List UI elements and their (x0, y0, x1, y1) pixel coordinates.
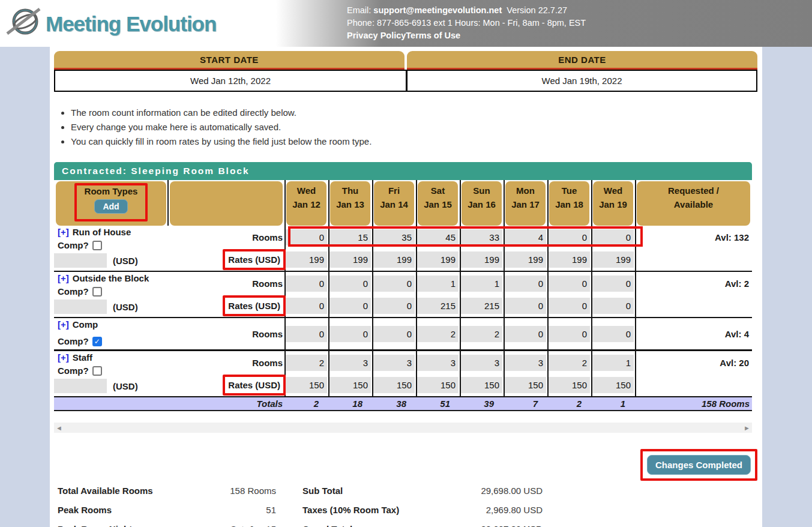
rooms-input[interactable] (417, 229, 459, 245)
rooms-input[interactable] (549, 355, 590, 371)
room-type-name: Outside the Block (73, 273, 149, 283)
rate-input[interactable] (549, 298, 590, 314)
header-phone-line: Phone: 877-865-6913 ext 1 Hours: Mon - F… (347, 17, 586, 29)
rate-input[interactable] (373, 377, 415, 393)
rooms-input[interactable] (461, 276, 502, 292)
rate-input[interactable] (592, 377, 634, 393)
rate-input[interactable] (549, 377, 590, 393)
rooms-input[interactable] (373, 355, 415, 371)
rooms-input[interactable] (373, 229, 415, 245)
rooms-input[interactable] (373, 276, 415, 292)
rate-input[interactable] (417, 251, 459, 268)
rate-fill-input[interactable] (54, 253, 107, 268)
rooms-input[interactable] (549, 326, 590, 342)
rooms-input[interactable] (286, 229, 327, 245)
rate-input[interactable] (417, 298, 459, 314)
day-header: TueJan 18 (549, 181, 589, 226)
scroll-right-icon[interactable]: ► (742, 423, 752, 433)
header-email-line: Email: support@meetingevolution.net Vers… (347, 4, 586, 17)
rooms-input[interactable] (417, 276, 459, 292)
header-contact-info: Email: support@meetingevolution.net Vers… (347, 4, 586, 42)
room-type-group-staff: [+] Staff Comp? ✓ (USD) Rooms (54, 351, 752, 397)
empty-header-cell (170, 181, 283, 226)
rate-input[interactable] (592, 298, 634, 314)
rooms-input[interactable] (286, 326, 327, 342)
rate-input[interactable] (505, 298, 546, 314)
rate-input[interactable] (373, 251, 415, 268)
taxes-value: 2,969.80 USD (441, 505, 543, 515)
top-header-bar: Meeting Evolution Email: support@meeting… (0, 0, 812, 47)
rooms-input[interactable] (505, 326, 546, 342)
totals-label: Totals (256, 399, 283, 409)
rooms-input[interactable] (329, 276, 371, 292)
content-panel: START DATE END DATE Wed Jan 12th, 2022 W… (50, 47, 762, 527)
requested-available-header: Requested / Available (637, 181, 750, 226)
day-header: SatJan 15 (418, 181, 458, 226)
rooms-input[interactable] (329, 355, 371, 371)
rate-input[interactable] (329, 251, 371, 268)
total-value: 1 (621, 399, 635, 409)
rooms-input[interactable] (286, 276, 327, 292)
rate-input[interactable] (549, 251, 590, 268)
rate-input[interactable] (286, 251, 327, 268)
rooms-input[interactable] (461, 229, 502, 245)
expand-toggle[interactable]: [+] (58, 319, 69, 330)
taxes-label: Taxes (10% Room Tax) (302, 505, 441, 515)
rooms-input[interactable] (286, 355, 327, 371)
privacy-policy-link[interactable]: Privacy Policy (347, 31, 406, 40)
expand-toggle[interactable]: [+] (58, 352, 69, 363)
comp-checkbox[interactable]: ✓ (92, 337, 102, 346)
rate-input[interactable] (286, 298, 327, 314)
rate-fill-input[interactable] (54, 379, 107, 393)
support-email-link[interactable]: support@meetingevolution.net (373, 5, 502, 15)
rooms-input[interactable] (549, 276, 590, 292)
day-header: MonJan 17 (505, 181, 546, 226)
rate-input[interactable] (505, 251, 546, 268)
available-count: Avl: 20 (720, 358, 749, 368)
rate-fill-input[interactable] (54, 300, 107, 314)
comp-checkbox[interactable]: ✓ (92, 287, 102, 297)
rooms-input[interactable] (461, 326, 502, 342)
rooms-input[interactable] (592, 355, 634, 371)
peak-room-night-label: Peak Room Night (58, 524, 221, 527)
rooms-input[interactable] (417, 326, 459, 342)
rooms-input[interactable] (329, 229, 371, 245)
rooms-input[interactable] (329, 326, 371, 342)
rate-input[interactable] (286, 377, 327, 393)
terms-of-use-link[interactable]: Terms of Use (406, 31, 460, 40)
rate-input[interactable] (373, 298, 415, 314)
changes-completed-button[interactable]: Changes Completed (647, 455, 751, 475)
rooms-input[interactable] (592, 229, 634, 245)
expand-toggle[interactable]: [+] (58, 273, 69, 283)
comp-checkbox[interactable]: ✓ (92, 241, 102, 250)
expand-toggle[interactable]: [+] (58, 227, 69, 237)
rooms-input[interactable] (592, 276, 634, 292)
rooms-input[interactable] (461, 355, 502, 371)
total-value: 38 (396, 399, 416, 409)
rate-input[interactable] (461, 251, 502, 268)
rate-input[interactable] (592, 251, 634, 268)
rate-input[interactable] (505, 377, 546, 393)
room-type-info: [+] Comp Comp? ✓ (54, 318, 168, 349)
room-types-label: Room Types (85, 186, 138, 196)
rate-input[interactable] (461, 298, 502, 314)
rooms-input[interactable] (505, 355, 546, 371)
note-item: You can quickly fill in room rates by us… (71, 136, 757, 146)
rate-input[interactable] (417, 377, 459, 393)
rooms-input[interactable] (373, 326, 415, 342)
rooms-input[interactable] (505, 229, 546, 245)
comp-checkbox[interactable]: ✓ (92, 366, 102, 376)
horizontal-scrollbar[interactable]: ◄ ► (54, 423, 752, 433)
rate-input[interactable] (461, 377, 502, 393)
rooms-input[interactable] (505, 276, 546, 292)
peak-rooms-value: 51 (221, 505, 276, 515)
add-room-type-button[interactable]: Add (94, 199, 127, 214)
total-value: 2 (577, 399, 591, 409)
rooms-input[interactable] (592, 326, 634, 342)
rate-input[interactable] (329, 377, 371, 393)
scroll-left-icon[interactable]: ◄ (54, 423, 64, 433)
rooms-input[interactable] (417, 355, 459, 371)
rate-input[interactable] (329, 298, 371, 314)
rooms-input[interactable] (549, 229, 590, 245)
total-value: 7 (533, 399, 547, 409)
